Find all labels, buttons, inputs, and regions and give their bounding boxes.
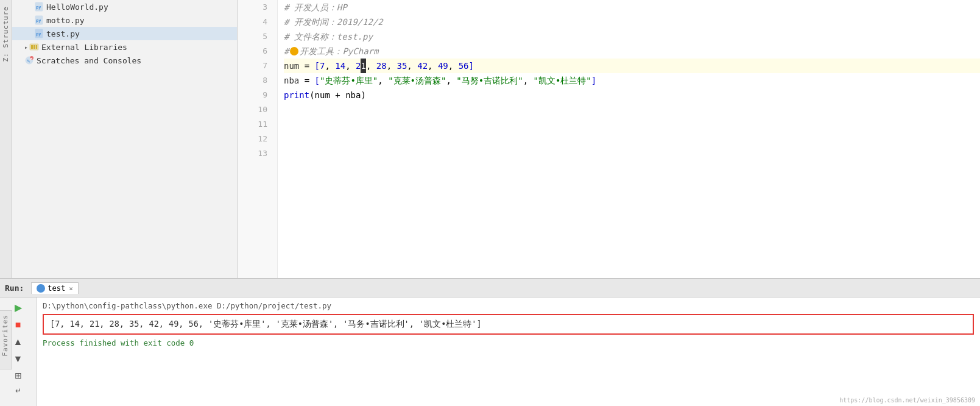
code-line-3: # 开发人员：HP <box>284 0 980 15</box>
code-content[interactable]: # 开发人员：HP # 开发时间：2019/12/2 # 文件名称：test.p… <box>278 0 980 278</box>
svg-rect-9 <box>36 45 37 49</box>
code-line-10 <box>284 102 980 117</box>
play-button[interactable]: ▶ <box>11 300 26 315</box>
line-num-3: 3 <box>250 0 272 15</box>
chevron-icon <box>24 44 28 51</box>
code-line-13 <box>284 146 980 161</box>
code-line-11 <box>284 117 980 132</box>
run-label: Run: <box>5 283 24 293</box>
sidebar-item-scratches[interactable]: ✎ ▶ Scratches and Consoles <box>12 54 237 67</box>
line-num-7: 7 <box>250 59 272 73</box>
svg-text:▶: ▶ <box>30 56 33 60</box>
run-tab-label: test <box>48 284 65 293</box>
code-line-9: print(num + nba) <box>284 88 980 102</box>
sidebar-item-motto[interactable]: py motto.py <box>12 13 237 27</box>
sidebar-item-label: External Libraries <box>41 43 127 52</box>
py-file-icon-3: py <box>34 29 44 38</box>
structure-label[interactable]: Z: Structure <box>2 6 10 62</box>
sidebar-item-test[interactable]: py test.py <box>12 27 237 40</box>
svg-text:py: py <box>36 5 41 10</box>
line-numbers: 3 4 5 6 7 8 9 10 11 12 13 <box>250 0 278 278</box>
line-num-9: 9 <box>250 88 272 102</box>
console-output: D:\python\config-pathclass\python.exe D:… <box>37 297 980 406</box>
code-line-4: # 开发时间：2019/12/2 <box>284 15 980 29</box>
py-file-icon-2: py <box>34 15 44 25</box>
line-num-8: 8 <box>250 73 272 88</box>
bulb-icon <box>290 47 298 55</box>
sidebar-item-label: HelloWorld.py <box>46 2 108 12</box>
run-toolbar: Run: test × <box>0 279 980 297</box>
svg-text:py: py <box>36 18 41 23</box>
sidebar-item-label: Scratches and Consoles <box>37 56 141 65</box>
sidebar-item-helloworld[interactable]: py HelloWorld.py <box>12 0 237 13</box>
code-line-7: num = [7, 14, 21, 28, 35, 42, 49, 56] <box>284 59 980 73</box>
code-editor: 3 4 5 6 7 8 9 10 11 12 13 # 开发人员：HP # 开发… <box>238 0 980 278</box>
bottom-panel: Run: test × ▶ ■ ▲ ▼ ⊞ ↵ D:\python\config… <box>0 278 980 406</box>
svg-rect-7 <box>31 45 33 49</box>
code-line-6: # 开发工具：PyCharm <box>284 44 980 59</box>
rerun-button[interactable]: ⊞ <box>11 369 26 382</box>
library-icon <box>29 42 39 52</box>
sidebar-item-label: motto.py <box>46 16 85 25</box>
far-left-strip: Z: Structure <box>0 0 12 278</box>
project-sidebar: py HelloWorld.py py motto.py py test.py … <box>12 0 238 278</box>
svg-rect-8 <box>33 45 35 49</box>
line-num-5: 5 <box>250 29 272 44</box>
code-line-8: nba = ["史蒂芬•库里", "克莱•汤普森", "马努•吉诺比利", "凯… <box>284 73 980 88</box>
line-num-11: 11 <box>250 117 272 132</box>
code-line-12 <box>284 132 980 146</box>
line-num-6: 6 <box>250 44 272 59</box>
code-line-5: # 文件名称：test.py <box>284 29 980 44</box>
output-box: [7, 14, 21, 28, 35, 42, 49, 56, '史蒂芬•库里'… <box>43 314 974 335</box>
watermark: https://blog.csdn.net/weixin_39856309 <box>839 397 975 404</box>
py-file-icon: py <box>34 2 44 12</box>
stop-button[interactable]: ■ <box>12 318 25 332</box>
tab-python-icon <box>37 284 45 293</box>
cmd-line: D:\python\config-pathclass\python.exe D:… <box>43 301 974 310</box>
wrap-button[interactable]: ↵ <box>12 385 25 397</box>
tab-close-icon[interactable]: × <box>69 285 73 293</box>
console-content: ▶ ■ ▲ ▼ ⊞ ↵ D:\python\config-pathclass\p… <box>0 297 980 406</box>
line-num-12: 12 <box>250 132 272 146</box>
line-num-4: 4 <box>250 15 272 29</box>
line-num-13: 13 <box>250 146 272 161</box>
run-tab[interactable]: test × <box>31 282 79 294</box>
favorites-label: Favorites <box>1 315 9 357</box>
exit-message: Process finished with exit code 0 <box>43 338 974 347</box>
sidebar-item-external-libraries[interactable]: External Libraries <box>12 40 237 54</box>
sidebar-item-label: test.py <box>46 29 80 38</box>
svg-text:py: py <box>36 32 41 37</box>
editor-gutter <box>238 0 250 278</box>
scratches-icon: ✎ ▶ <box>24 55 34 65</box>
line-num-10: 10 <box>250 102 272 117</box>
cursor: 1 <box>361 59 365 73</box>
favorites-tab[interactable]: Favorites <box>0 310 12 369</box>
